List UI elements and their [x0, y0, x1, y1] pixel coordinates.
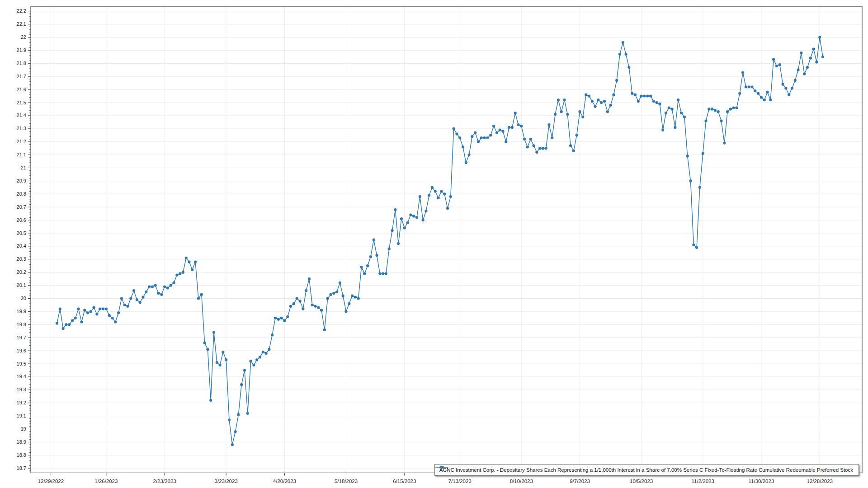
data-point[interactable] — [120, 297, 123, 300]
data-point[interactable] — [123, 304, 126, 306]
data-point[interactable] — [385, 272, 387, 275]
data-point[interactable] — [680, 112, 683, 114]
data-point[interactable] — [772, 58, 775, 61]
data-point[interactable] — [499, 129, 501, 131]
data-point[interactable] — [668, 107, 670, 109]
data-point[interactable] — [677, 99, 679, 101]
data-point[interactable] — [812, 47, 815, 50]
data-point[interactable] — [151, 285, 154, 288]
data-point[interactable] — [794, 79, 797, 82]
data-point[interactable] — [717, 110, 720, 113]
data-point[interactable] — [335, 291, 338, 293]
data-point[interactable] — [412, 215, 415, 217]
data-point[interactable] — [360, 266, 363, 268]
data-point[interactable] — [163, 285, 166, 288]
data-point[interactable] — [702, 152, 704, 155]
data-point[interactable] — [809, 57, 812, 60]
data-point[interactable] — [428, 194, 430, 197]
data-point[interactable] — [292, 302, 295, 305]
data-point[interactable] — [102, 308, 104, 310]
data-point[interactable] — [440, 190, 443, 192]
data-point[interactable] — [142, 296, 144, 299]
data-point[interactable] — [271, 333, 274, 336]
data-point[interactable] — [501, 130, 504, 133]
data-point[interactable] — [714, 109, 717, 112]
data-point[interactable] — [735, 107, 738, 109]
data-point[interactable] — [286, 315, 289, 318]
data-point[interactable] — [397, 242, 400, 245]
data-point[interactable] — [145, 291, 147, 293]
data-point[interactable] — [446, 207, 449, 210]
data-point[interactable] — [378, 272, 381, 275]
data-point[interactable] — [686, 155, 689, 157]
data-point[interactable] — [314, 305, 316, 308]
data-point[interactable] — [661, 129, 664, 131]
data-point[interactable] — [532, 144, 535, 147]
data-point[interactable] — [557, 99, 560, 101]
data-point[interactable] — [788, 94, 790, 96]
data-point[interactable] — [769, 99, 772, 101]
data-point[interactable] — [674, 126, 676, 129]
data-point[interactable] — [357, 297, 360, 300]
data-point[interactable] — [351, 295, 354, 297]
data-point[interactable] — [591, 100, 594, 103]
data-point[interactable] — [652, 100, 655, 103]
data-point[interactable] — [65, 323, 67, 326]
data-point[interactable] — [763, 99, 766, 101]
data-point[interactable] — [344, 310, 347, 313]
data-point[interactable] — [339, 282, 341, 284]
data-point[interactable] — [388, 248, 391, 250]
data-point[interactable] — [259, 356, 261, 358]
data-point[interactable] — [157, 292, 160, 295]
data-point[interactable] — [563, 99, 566, 101]
data-point[interactable] — [640, 94, 643, 97]
data-point[interactable] — [415, 216, 418, 219]
data-point[interactable] — [618, 53, 621, 56]
data-point[interactable] — [185, 257, 188, 259]
data-point[interactable] — [71, 319, 74, 322]
data-point[interactable] — [203, 342, 206, 344]
data-point[interactable] — [425, 210, 427, 212]
data-point[interactable] — [683, 116, 686, 118]
data-point[interactable] — [576, 134, 578, 136]
data-point[interactable] — [154, 284, 157, 287]
data-point[interactable] — [800, 52, 802, 54]
data-point[interactable] — [471, 135, 473, 138]
data-point[interactable] — [578, 110, 581, 113]
data-point[interactable] — [631, 92, 633, 95]
data-point[interactable] — [554, 113, 557, 116]
data-point[interactable] — [784, 87, 787, 89]
data-point[interactable] — [585, 94, 587, 96]
data-point[interactable] — [403, 226, 406, 229]
data-point[interactable] — [209, 399, 212, 402]
data-point[interactable] — [280, 317, 283, 319]
data-point[interactable] — [246, 412, 249, 415]
data-point[interactable] — [108, 314, 111, 317]
data-point[interactable] — [588, 94, 590, 97]
data-point[interactable] — [458, 136, 461, 139]
data-point[interactable] — [311, 304, 314, 306]
data-point[interactable] — [455, 132, 458, 135]
data-point[interactable] — [637, 100, 640, 103]
data-point[interactable] — [508, 126, 510, 129]
data-point[interactable] — [126, 305, 129, 308]
data-point[interactable] — [179, 272, 181, 275]
data-point[interactable] — [750, 85, 753, 88]
data-point[interactable] — [757, 92, 760, 95]
data-point[interactable] — [363, 272, 366, 275]
data-point[interactable] — [308, 277, 311, 280]
data-point[interactable] — [166, 286, 169, 289]
data-point[interactable] — [517, 123, 519, 126]
data-point[interactable] — [566, 113, 569, 116]
data-point[interactable] — [68, 323, 71, 326]
data-point[interactable] — [105, 308, 108, 310]
data-point[interactable] — [200, 293, 203, 296]
data-point[interactable] — [222, 351, 224, 353]
data-point[interactable] — [689, 179, 692, 182]
data-point[interactable] — [139, 301, 142, 304]
data-point[interactable] — [83, 309, 86, 311]
data-point[interactable] — [547, 123, 550, 126]
data-point[interactable] — [74, 317, 77, 319]
data-point[interactable] — [627, 66, 630, 69]
data-point[interactable] — [704, 119, 707, 122]
